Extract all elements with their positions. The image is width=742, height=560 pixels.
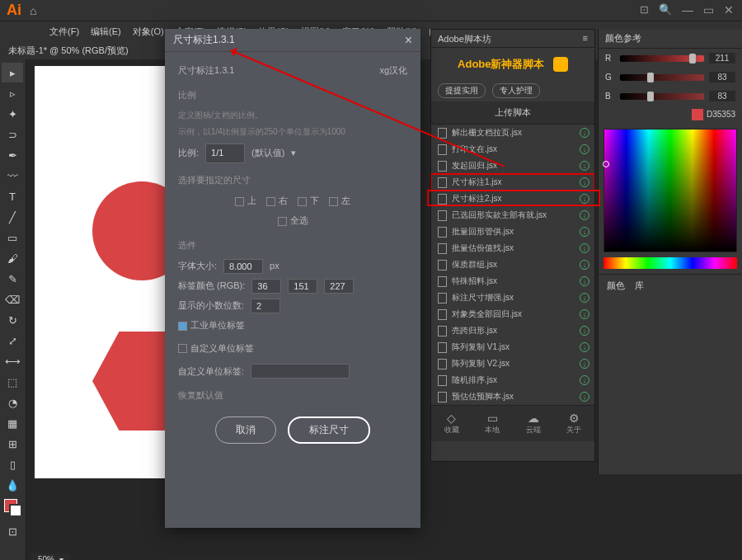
download-icon[interactable]: ↓ — [580, 392, 589, 402]
eyedropper-tool[interactable]: 💧 — [2, 475, 23, 495]
color-spectrum[interactable] — [603, 129, 737, 252]
shaper-tool[interactable]: ✎ — [2, 269, 23, 289]
download-icon[interactable]: ↓ — [580, 210, 589, 220]
script-item[interactable]: 阵列复制 V1.jsx↓ — [431, 339, 594, 355]
download-icon[interactable]: ↓ — [580, 276, 589, 286]
b-slider[interactable] — [620, 93, 704, 100]
swatches-tab[interactable]: 颜色 — [607, 280, 625, 292]
panel-tab[interactable]: 提提实用 — [438, 83, 486, 98]
script-item[interactable]: 预估估预脚本.jsx↓ — [431, 388, 594, 405]
checkbox-industrial[interactable] — [178, 322, 187, 331]
spectrum-cursor[interactable] — [603, 161, 609, 167]
b-input[interactable] — [324, 279, 354, 294]
download-icon[interactable]: ↓ — [580, 161, 589, 171]
font-input[interactable] — [223, 259, 263, 274]
download-icon[interactable]: ↓ — [580, 227, 589, 237]
scale-input[interactable]: 1/1 — [205, 144, 245, 163]
panel-tab[interactable]: 专人护理 — [492, 83, 540, 98]
script-item[interactable]: 特殊招料.jsx↓ — [431, 273, 594, 289]
eraser-tool[interactable]: ⌫ — [2, 289, 23, 309]
hex-value[interactable]: D35353 — [707, 110, 735, 119]
min-icon[interactable]: — — [682, 3, 693, 16]
close-icon[interactable]: ✕ — [724, 3, 734, 16]
g-slider[interactable] — [620, 74, 704, 81]
shape-builder-tool[interactable]: ◔ — [2, 393, 23, 412]
script-item[interactable]: 保质群组.jsx↓ — [431, 256, 594, 273]
direct-select-tool[interactable]: ▹ — [2, 83, 23, 103]
script-item[interactable]: 解出栅文档拉页.jsx↓ — [431, 125, 594, 141]
free-transform-tool[interactable]: ⬚ — [2, 372, 23, 392]
magic-wand-tool[interactable]: ✦ — [2, 104, 23, 124]
checkbox-all[interactable]: 全选 — [278, 214, 308, 228]
script-item[interactable]: 发起回归.jsx↓ — [431, 158, 594, 174]
color-swatch[interactable] — [4, 499, 22, 517]
r-value[interactable]: 211 — [709, 53, 735, 64]
script-item[interactable]: 对象类全部回归.jsx↓ — [431, 306, 594, 322]
download-icon[interactable]: ↓ — [580, 293, 589, 303]
gradient-tool[interactable]: ▯ — [2, 454, 23, 474]
mesh-tool[interactable]: ⊞ — [2, 434, 23, 454]
script-item[interactable]: 随机排序.jsx↓ — [431, 372, 594, 388]
script-item[interactable]: 売跨归形.jsx↓ — [431, 322, 594, 339]
download-icon[interactable]: ↓ — [580, 309, 589, 319]
perspective-tool[interactable]: ▦ — [2, 413, 23, 433]
script-item[interactable]: 批量估份值找.jsx↓ — [431, 240, 594, 256]
menu-item[interactable]: 对象(O) — [133, 26, 164, 38]
script-item[interactable]: 打印文在.jsx↓ — [431, 141, 594, 158]
panel-menu-icon[interactable]: ≡ — [583, 33, 588, 44]
download-icon[interactable]: ↓ — [580, 243, 589, 253]
checkbox-side[interactable]: 右 — [266, 194, 288, 209]
download-icon[interactable]: ↓ — [580, 342, 589, 352]
footer-tab[interactable]: ▭本地 — [485, 412, 500, 435]
script-item[interactable]: 阵列复制 V2.jsx↓ — [431, 355, 594, 372]
brush-tool[interactable]: 🖌 — [2, 248, 23, 268]
type-tool[interactable]: T — [2, 186, 23, 206]
g-value[interactable]: 83 — [709, 72, 735, 82]
scale-tool[interactable]: ⤢ — [2, 331, 23, 351]
footer-tab[interactable]: ☁云端 — [526, 412, 541, 435]
script-item[interactable]: 已选回形实款主部有就.jsx↓ — [431, 207, 594, 224]
rect-tool[interactable]: ▭ — [2, 228, 23, 247]
dropdown-icon[interactable]: ▾ — [291, 146, 296, 161]
download-icon[interactable]: ↓ — [580, 177, 589, 187]
curvature-tool[interactable]: 〰 — [2, 166, 23, 186]
decimals-input[interactable] — [251, 299, 280, 313]
close-icon[interactable]: × — [405, 33, 412, 48]
custom-unit-input[interactable] — [251, 364, 350, 379]
width-tool[interactable]: ⟷ — [2, 351, 23, 371]
hue-strip[interactable] — [603, 257, 737, 269]
search-icon[interactable]: ⊡ — [640, 3, 649, 16]
ok-button[interactable]: 标注尺寸 — [288, 416, 370, 444]
checkbox-custom[interactable] — [178, 344, 187, 353]
download-icon[interactable]: ↓ — [580, 326, 589, 336]
download-icon[interactable]: ↓ — [580, 144, 589, 154]
download-icon[interactable]: ↓ — [580, 359, 589, 369]
library-tab[interactable]: 库 — [635, 280, 644, 292]
home-icon[interactable]: ⌂ — [30, 4, 36, 17]
b-value[interactable]: 83 — [709, 91, 735, 101]
zoom-selector[interactable]: 50%▾ — [31, 553, 70, 560]
r-input[interactable] — [251, 279, 281, 294]
script-item[interactable]: 尺寸标注1.jsx↓ — [431, 174, 594, 191]
checkbox-side[interactable]: 上 — [235, 194, 256, 209]
menu-item[interactable]: 文件(F) — [49, 26, 79, 38]
max-icon[interactable]: ▭ — [703, 3, 714, 16]
rotate-tool[interactable]: ↻ — [2, 310, 23, 330]
pen-tool[interactable]: ✒ — [2, 145, 23, 165]
screen-mode-tool[interactable]: ⊡ — [2, 521, 23, 541]
download-icon[interactable]: ↓ — [580, 375, 589, 385]
search-icon[interactable]: 🔍 — [659, 3, 672, 16]
cancel-button[interactable]: 取消 — [215, 416, 276, 444]
r-slider[interactable] — [620, 55, 704, 62]
download-icon[interactable]: ↓ — [580, 260, 589, 270]
selection-tool[interactable]: ▸ — [2, 63, 23, 82]
footer-tab[interactable]: ◇收藏 — [444, 412, 459, 435]
lasso-tool[interactable]: ⊃ — [2, 125, 23, 144]
checkbox-side[interactable]: 下 — [298, 194, 319, 209]
g-input[interactable] — [288, 279, 317, 294]
script-item[interactable]: 标注尺寸增强.jsx↓ — [431, 289, 594, 306]
menu-item[interactable]: 编辑(E) — [91, 26, 121, 38]
footer-tab[interactable]: ⚙关于 — [566, 412, 581, 435]
script-item[interactable]: 批量回形管供.jsx↓ — [431, 224, 594, 240]
checkbox-side[interactable]: 左 — [329, 194, 350, 209]
